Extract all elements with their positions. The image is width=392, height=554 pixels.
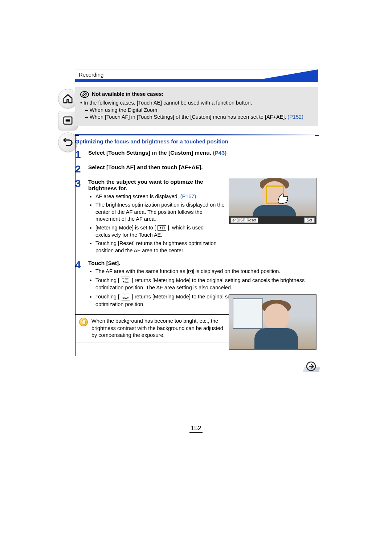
not-available-icon: [80, 91, 89, 98]
section-title: Optimizing the focus and brightness for …: [75, 138, 318, 144]
step-bullet: [Metering Mode] is set to [ ✦⊡ ], which …: [95, 224, 226, 239]
page-ref-link[interactable]: (P167): [180, 194, 196, 199]
example-screenshot-result: [229, 294, 317, 350]
nav-home-button[interactable]: [58, 89, 78, 109]
home-icon: [62, 93, 73, 104]
not-available-intro: • In the following cases, [Touch AE] can…: [80, 99, 313, 107]
thumb-set-button[interactable]: Set: [304, 217, 315, 223]
step-heading: Select [Touch AF] and then touch [AF+AE]…: [88, 164, 318, 171]
toc-icon: [62, 115, 73, 126]
cancel-afae-icon: ↵AF✖AE: [121, 277, 130, 285]
thumb-bottom-bar: DISP. Reset Set: [229, 216, 316, 224]
section-header-label: Recording: [79, 72, 103, 78]
thumb-reset-button[interactable]: DISP. Reset: [230, 217, 258, 223]
example-screenshot-touch: DISP. Reset Set: [229, 178, 317, 224]
manual-page: Recording: [0, 0, 392, 554]
tip-box: When the background has become too brigh…: [75, 314, 231, 342]
step-bullet: Touching [ ↵AF✖AE ] returns [Metering Mo…: [95, 277, 318, 292]
touch-ae-mode-icon: ✦⊡: [158, 225, 166, 231]
step-bullet: The AF area with the same function as []…: [95, 268, 318, 275]
not-available-title: Not available in these cases:: [92, 91, 163, 98]
step-bullet: The brightness optimization position is …: [95, 201, 226, 223]
step-heading: Touch the subject you want to optimize t…: [88, 179, 226, 192]
not-available-box: Not available in these cases: • In the f…: [75, 87, 318, 126]
back-small-icon: [232, 219, 236, 222]
step-number: 3: [75, 179, 83, 256]
cancel-ae-icon: ↵✖AE: [121, 293, 130, 301]
step-heading: Touch [Set].: [88, 260, 318, 266]
next-page-icon: [309, 364, 314, 368]
step-number: 1: [75, 150, 83, 160]
step-bullet: Touching [Reset] returns the brightness …: [95, 240, 226, 254]
af-area-icon: [188, 270, 193, 273]
tip-bulb-icon: [79, 318, 88, 326]
tip-text: When the background has become too brigh…: [91, 318, 227, 339]
nav-toc-button[interactable]: [58, 111, 78, 130]
step-bullet: AF area setting screen is displayed. (P1…: [95, 193, 226, 200]
step-heading: Select [Touch Settings] in the [Custom] …: [88, 150, 318, 156]
page-number: 152: [0, 425, 392, 432]
next-page-button[interactable]: [306, 361, 319, 372]
touch-hand-icon: [275, 190, 290, 206]
step-number: 4: [75, 260, 83, 309]
svg-marker-0: [75, 69, 318, 82]
section-divider: [75, 134, 318, 135]
header-decoration: [75, 69, 318, 82]
step-1: 1 Select [Touch Settings] in the [Custom…: [75, 150, 318, 160]
nav-back-button[interactable]: [58, 133, 78, 152]
section-header: Recording: [75, 69, 318, 82]
not-available-item: – When [Touch AF] in [Touch Settings] of…: [85, 114, 313, 121]
page-ref-link[interactable]: (P43): [213, 150, 226, 156]
not-available-item: – When using the Digital Zoom: [85, 107, 313, 114]
back-icon: [62, 137, 73, 148]
step-2: 2 Select [Touch AF] and then touch [AF+A…: [75, 164, 318, 174]
page-ref-link[interactable]: (P152): [287, 114, 303, 120]
step-number: 2: [75, 164, 83, 174]
